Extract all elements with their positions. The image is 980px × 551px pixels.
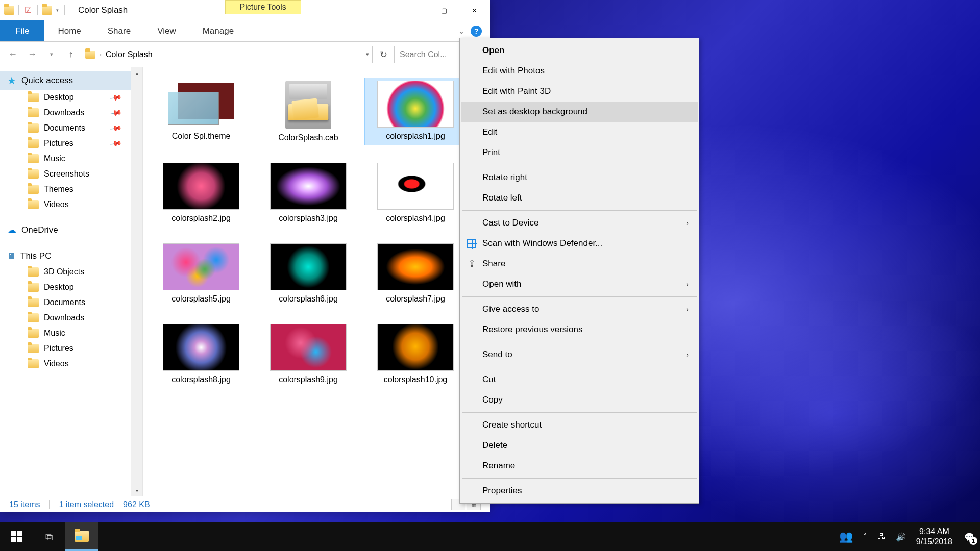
context-menu-item[interactable]: Create shortcut: [461, 415, 698, 435]
folder-icon: [28, 298, 39, 307]
file-item[interactable]: colorsplash6.jpg: [257, 240, 359, 307]
breadcrumb[interactable]: Color Splash: [106, 50, 153, 59]
action-center-button[interactable]: 💬 1: [963, 530, 976, 543]
window-title: Color Splash: [78, 5, 128, 15]
sidebar-item-desktop[interactable]: Desktop 📌: [0, 90, 142, 105]
sidebar-item-label: Downloads: [44, 108, 84, 117]
context-menu-item[interactable]: ⇪Share: [461, 254, 698, 274]
scroll-down-icon[interactable]: ▾: [131, 485, 142, 496]
sidebar-item-documents[interactable]: Documents: [0, 295, 142, 310]
sidebar-item-themes[interactable]: Themes: [0, 182, 142, 197]
file-label: colorsplash4.jpg: [386, 214, 445, 223]
network-icon[interactable]: 🖧: [877, 532, 886, 541]
view-tab[interactable]: View: [144, 20, 189, 41]
context-menu-item[interactable]: Delete: [461, 435, 698, 456]
minimize-button[interactable]: —: [398, 0, 429, 20]
context-menu-item[interactable]: Give access to›: [461, 299, 698, 319]
recent-dropdown-icon[interactable]: ▾: [43, 46, 60, 63]
sidebar-item-music[interactable]: Music: [0, 325, 142, 341]
folder-icon: [42, 5, 52, 15]
folder-icon: [28, 123, 39, 133]
help-icon[interactable]: ?: [471, 26, 482, 37]
this-pc-header[interactable]: 🖥 This PC: [0, 248, 142, 264]
context-menu-item[interactable]: Edit with Paint 3D: [461, 81, 698, 102]
scroll-up-icon[interactable]: ▴: [131, 67, 142, 79]
sidebar-item-pictures[interactable]: Pictures 📌: [0, 136, 142, 151]
file-item[interactable]: colorsplash5.jpg: [150, 240, 252, 307]
context-menu-item[interactable]: Rotate left: [461, 188, 698, 208]
back-button[interactable]: ←: [4, 46, 21, 63]
properties-icon[interactable]: ☑: [23, 5, 33, 15]
context-menu-item[interactable]: Cut: [461, 369, 698, 390]
maximize-button[interactable]: ▢: [429, 0, 459, 20]
address-bar[interactable]: › Color Splash ▾: [82, 46, 373, 63]
file-item[interactable]: Color Spl.theme: [150, 78, 252, 145]
context-menu-label: Set as desktop background: [482, 107, 587, 117]
folder-icon: [28, 329, 39, 338]
people-icon[interactable]: 👥: [839, 530, 853, 543]
file-item[interactable]: colorsplash2.jpg: [150, 160, 252, 226]
file-item[interactable]: ColorSplash.cab: [257, 78, 359, 145]
sidebar-item-screenshots[interactable]: Screenshots: [0, 166, 142, 182]
home-tab[interactable]: Home: [44, 20, 94, 41]
context-menu-item[interactable]: Print: [461, 142, 698, 163]
context-menu-item[interactable]: Rotate right: [461, 167, 698, 188]
manage-tab[interactable]: Manage: [189, 20, 247, 41]
file-item[interactable]: colorsplash7.jpg: [364, 240, 467, 307]
sidebar-item-downloads[interactable]: Downloads: [0, 310, 142, 325]
file-label: colorsplash10.jpg: [384, 375, 448, 384]
close-button[interactable]: ✕: [459, 0, 490, 20]
onedrive-header[interactable]: ☁ OneDrive: [0, 221, 142, 239]
refresh-button[interactable]: ↻: [375, 46, 392, 63]
sidebar-item-pictures[interactable]: Pictures: [0, 341, 142, 356]
context-menu-item[interactable]: Copy: [461, 390, 698, 410]
sidebar-item-music[interactable]: Music: [0, 151, 142, 166]
context-menu-item[interactable]: Cast to Device›: [461, 213, 698, 233]
file-label: colorsplash7.jpg: [386, 294, 445, 304]
sidebar-item-downloads[interactable]: Downloads 📌: [0, 105, 142, 120]
context-menu-item[interactable]: Scan with Windows Defender...: [461, 233, 698, 254]
sidebar-item-3d-objects[interactable]: 3D Objects: [0, 264, 142, 280]
context-menu-item[interactable]: Properties: [461, 481, 698, 501]
sidebar-item-desktop[interactable]: Desktop: [0, 280, 142, 295]
file-item[interactable]: colorsplash10.jpg: [364, 321, 467, 387]
context-menu-item[interactable]: Edit: [461, 122, 698, 142]
context-menu-item[interactable]: Send to›: [461, 344, 698, 365]
picture-tools-label[interactable]: Picture Tools: [225, 0, 301, 14]
quick-access-header[interactable]: ★ Quick access: [0, 71, 142, 90]
forward-button[interactable]: →: [23, 46, 41, 63]
start-button[interactable]: [0, 522, 33, 551]
item-count: 15 items: [9, 500, 40, 509]
file-item[interactable]: colorsplash3.jpg: [257, 160, 359, 226]
volume-icon[interactable]: 🔊: [896, 532, 906, 542]
sidebar-item-videos[interactable]: Videos: [0, 356, 142, 371]
file-item[interactable]: colorsplash1.jpg: [364, 78, 467, 145]
clock[interactable]: 9:34 AM 9/15/2018: [916, 527, 952, 547]
share-tab[interactable]: Share: [94, 20, 144, 41]
chevron-right-icon[interactable]: ›: [100, 51, 102, 58]
context-menu-item[interactable]: Set as desktop background: [461, 102, 698, 122]
taskbar: ⧉ 👥 ˄ 🖧 🔊 9:34 AM 9/15/2018 💬 1: [0, 522, 980, 551]
sidebar-item-documents[interactable]: Documents 📌: [0, 120, 142, 136]
file-item[interactable]: colorsplash8.jpg: [150, 321, 252, 387]
context-menu-item[interactable]: Edit with Photos: [461, 61, 698, 81]
image-thumbnail: [163, 163, 239, 210]
task-view-button[interactable]: ⧉: [33, 522, 65, 551]
context-menu-item[interactable]: Open with›: [461, 274, 698, 294]
sidebar-item-videos[interactable]: Videos: [0, 197, 142, 212]
divider: [64, 5, 65, 15]
file-item[interactable]: colorsplash9.jpg: [257, 321, 359, 387]
context-menu-item[interactable]: Restore previous versions: [461, 319, 698, 340]
qat-dropdown-icon[interactable]: ▾: [54, 4, 60, 16]
file-explorer-taskbar-button[interactable]: [65, 522, 98, 551]
file-list[interactable]: Color Spl.themeColorSplash.cabcolorsplas…: [143, 67, 490, 496]
context-menu-item[interactable]: Rename: [461, 456, 698, 476]
tray-overflow-icon[interactable]: ˄: [863, 532, 867, 542]
file-tab[interactable]: File: [0, 20, 44, 41]
up-button[interactable]: ↑: [62, 46, 80, 63]
address-dropdown-icon[interactable]: ▾: [366, 51, 369, 58]
context-menu-item[interactable]: Open: [461, 40, 698, 61]
folder-icon: [85, 51, 95, 59]
collapse-ribbon-icon[interactable]: ⌄: [458, 27, 464, 35]
file-item[interactable]: colorsplash4.jpg: [364, 160, 467, 226]
